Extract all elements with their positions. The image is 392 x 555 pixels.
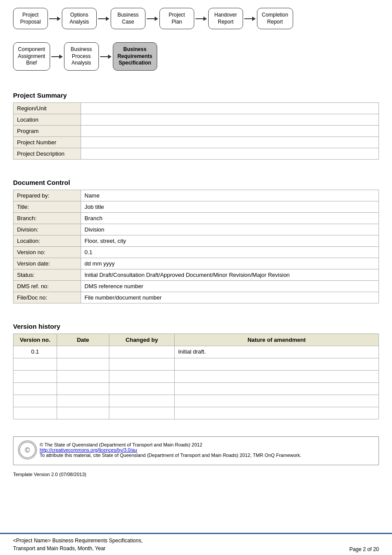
flow-node-component-assignment: ComponentAssignmentBrief [13, 42, 50, 71]
row-label: DMS ref. no: [14, 280, 81, 292]
row-value [81, 102, 379, 114]
row-value: Division [81, 224, 379, 235]
page-footer: <Project Name> Business Requirements Spe… [0, 533, 392, 555]
table-row [14, 358, 379, 370]
col-header-date: Date [57, 334, 109, 346]
version-cell [14, 370, 57, 382]
row-value [81, 136, 379, 148]
flow-arrow-2 [98, 17, 109, 21]
row-value [81, 125, 379, 136]
changed-by-cell [109, 346, 175, 358]
row-value: 0.1 [81, 246, 379, 258]
footer-line1: <Project Name> Business Requirements Spe… [13, 537, 349, 545]
flow-diagram-1: ProjectProposal OptionsAnalysis Business… [0, 0, 392, 34]
changed-by-cell [109, 358, 175, 370]
row-label: Version no: [14, 246, 81, 258]
row-label: Location: [14, 235, 81, 246]
document-control-table: Prepared by: Name Title: Job title Branc… [13, 190, 379, 303]
document-control-title: Document Control [13, 179, 379, 186]
date-cell [57, 370, 109, 382]
table-row: Program [14, 125, 379, 136]
attribution-text: To attribute this material, cite State o… [40, 453, 301, 458]
flow-arrow-5 [244, 17, 256, 21]
nature-cell [175, 358, 379, 370]
date-cell [57, 395, 109, 407]
date-cell [57, 382, 109, 395]
table-row [14, 382, 379, 395]
flow-arrow-3 [147, 17, 158, 21]
date-cell [57, 346, 109, 358]
flow-arrow-1 [49, 17, 61, 21]
page: ProjectProposal OptionsAnalysis Business… [0, 0, 392, 555]
template-version: Template Version 2.0 (07/08/2013) [13, 472, 379, 477]
col-header-nature: Nature of amendment [175, 334, 379, 346]
date-cell [57, 358, 109, 370]
flow-arrow-4 [196, 17, 207, 21]
cc-link[interactable]: http://creativecommons.org/licences/by/3… [40, 447, 301, 453]
row-value: DMS reference number [81, 280, 379, 292]
flow-node-business-requirements-spec: BusinessRequirementsSpecification [113, 42, 157, 71]
row-label: Division: [14, 224, 81, 235]
cc-row: © © The State of Queensland (Department … [18, 440, 374, 460]
row-value: Branch [81, 212, 379, 224]
row-value: Floor, street, city [81, 235, 379, 246]
table-row: Project Description [14, 148, 379, 159]
table-row: File/Doc no: File number/document number [14, 292, 379, 303]
table-row: Branch: Branch [14, 212, 379, 224]
flow-node-completion-report: CompletionReport [257, 8, 293, 29]
nature-cell [175, 382, 379, 395]
footer-line2: Transport and Main Roads, Month, Year [13, 545, 349, 552]
footer-page-number: Page 2 of 20 [349, 546, 379, 552]
row-value [81, 114, 379, 125]
table-header-row: Version no. Date Changed by Nature of am… [14, 334, 379, 346]
row-label: Title: [14, 201, 81, 212]
table-row: Prepared by: Name [14, 190, 379, 201]
version-history-section: Version history Version no. Date Changed… [0, 314, 392, 424]
flow-node-handover-report: HandoverReport [208, 8, 243, 29]
changed-by-cell [109, 407, 175, 419]
table-row: Location: Floor, street, city [14, 235, 379, 246]
row-label: Status: [14, 269, 81, 280]
nature-cell [175, 395, 379, 407]
document-control-section: Document Control Prepared by: Name Title… [0, 170, 392, 308]
table-row [14, 407, 379, 419]
row-label: Prepared by: [14, 190, 81, 201]
row-label: Region/Unit [14, 102, 81, 114]
version-cell [14, 407, 57, 419]
table-row: Version no: 0.1 [14, 246, 379, 258]
project-summary-title: Project Summary [13, 92, 379, 99]
table-row: 0.1 Initial draft. [14, 346, 379, 358]
table-row [14, 370, 379, 382]
flow-node-project-plan: ProjectPlan [159, 8, 194, 29]
nature-cell [175, 370, 379, 382]
nature-cell: Initial draft. [175, 346, 379, 358]
changed-by-cell [109, 382, 175, 395]
row-value: dd mm yyyy [81, 258, 379, 269]
flow-node-options-analysis: OptionsAnalysis [62, 8, 97, 29]
row-label: File/Doc no: [14, 292, 81, 303]
table-row: Project Number [14, 136, 379, 148]
version-cell [14, 358, 57, 370]
version-cell [14, 395, 57, 407]
row-label: Version date: [14, 258, 81, 269]
row-label: Branch: [14, 212, 81, 224]
cc-logo-icon: © [18, 440, 37, 460]
table-row [14, 395, 379, 407]
svg-text:©: © [25, 446, 30, 454]
date-cell [57, 407, 109, 419]
flow-node-project-proposal: ProjectProposal [13, 8, 48, 29]
row-label: Program [14, 125, 81, 136]
row-label: Project Description [14, 148, 81, 159]
row-label: Project Number [14, 136, 81, 148]
copyright-box: © © The State of Queensland (Department … [13, 436, 379, 465]
version-history-table: Version no. Date Changed by Nature of am… [13, 334, 379, 419]
table-row: DMS ref. no: DMS reference number [14, 280, 379, 292]
version-cell: 0.1 [14, 346, 57, 358]
version-cell [14, 382, 57, 395]
row-value: Initial Draft/Consultation Draft/Approve… [81, 269, 379, 280]
row-value: Name [81, 190, 379, 201]
flow-diagram-2: ComponentAssignmentBrief BusinessProcess… [0, 40, 392, 75]
flow-node-business-case: BusinessCase [111, 8, 145, 29]
table-row: Location [14, 114, 379, 125]
row-value [81, 148, 379, 159]
